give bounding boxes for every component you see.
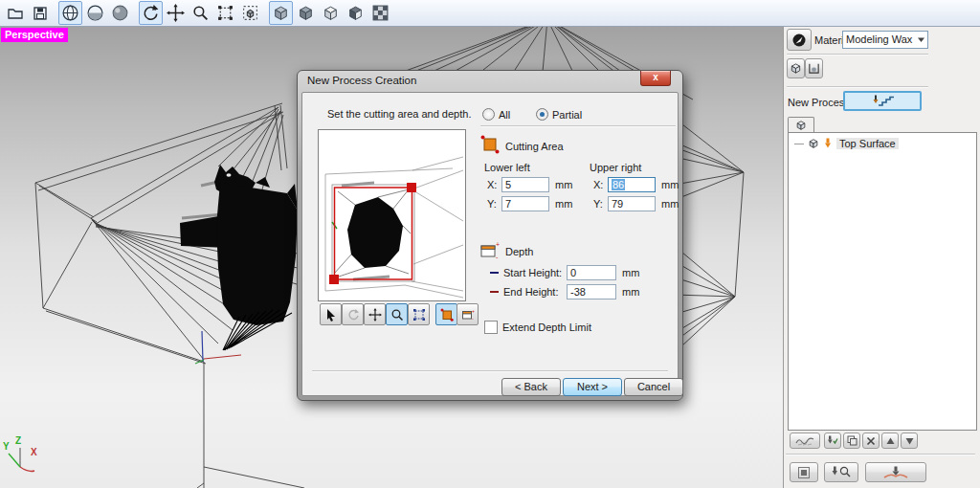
shaded-sphere-icon bbox=[111, 4, 129, 22]
y-label: Y: bbox=[487, 198, 497, 210]
radio-all-circle bbox=[482, 108, 495, 121]
tree-item-top-surface[interactable]: Top Surface bbox=[794, 138, 899, 149]
zoom-view-button[interactable] bbox=[189, 1, 212, 25]
upper-right-y-input[interactable]: 79 bbox=[608, 196, 656, 211]
material-dropdown[interactable]: Modeling Wax bbox=[842, 31, 928, 49]
extend-depth-checkbox[interactable]: Extend Depth Limit bbox=[484, 321, 591, 334]
cancel-button[interactable]: Cancel bbox=[624, 378, 683, 396]
close-x-icon: x bbox=[653, 72, 658, 82]
dialog-body: Set the cutting area and depth. All Part… bbox=[301, 92, 679, 396]
end-height-value: -38 bbox=[570, 286, 586, 298]
lower-left-y-input[interactable]: 7 bbox=[501, 196, 549, 211]
cursor-icon bbox=[324, 308, 338, 322]
move-up-button[interactable] bbox=[881, 433, 899, 449]
dialog-title: New Process Creation bbox=[307, 75, 416, 86]
upper-right-x-input[interactable]: 86 bbox=[608, 177, 656, 192]
cube-light-icon bbox=[322, 4, 340, 22]
lower-left-y-value: 7 bbox=[505, 198, 511, 210]
back-button[interactable]: < Back bbox=[501, 378, 561, 396]
pattern-view-button[interactable] bbox=[368, 1, 392, 25]
upper-right-label: Upper right bbox=[590, 162, 641, 173]
cutting-area-label: Cutting Area bbox=[505, 141, 564, 152]
toolpath-button[interactable] bbox=[790, 433, 820, 449]
dialog-instruction: Set the cutting area and depth. bbox=[327, 108, 471, 120]
preview-depth-button[interactable]: +- bbox=[457, 303, 479, 325]
preview-cutting-area-button[interactable] bbox=[435, 303, 457, 325]
axis-indicator: Z Y X bbox=[2, 433, 50, 482]
duplicate-button[interactable] bbox=[843, 433, 860, 449]
new-process-button[interactable] bbox=[843, 91, 922, 111]
radio-partial[interactable]: Partial bbox=[536, 108, 582, 121]
unit-label: mm bbox=[622, 286, 639, 298]
cube-icon bbox=[808, 138, 819, 149]
new-process-label: New Process bbox=[788, 97, 850, 108]
rotate-cube-icon bbox=[241, 4, 259, 22]
cutting-area-icon bbox=[440, 308, 454, 322]
preview-select-button[interactable] bbox=[320, 303, 342, 325]
cube-icon bbox=[790, 62, 802, 75]
start-height-label: Start Height: bbox=[503, 267, 562, 278]
cutting-icon bbox=[881, 466, 910, 479]
cut-button[interactable] bbox=[865, 462, 926, 482]
end-height-dash bbox=[490, 291, 499, 293]
preview-fit-button[interactable] bbox=[408, 303, 430, 325]
rotate-view-button[interactable] bbox=[139, 1, 163, 25]
x-label: X: bbox=[593, 179, 603, 190]
view-cube-dark-button[interactable] bbox=[344, 1, 368, 25]
orientation-button[interactable] bbox=[787, 29, 812, 51]
material-value: Modeling Wax bbox=[846, 33, 912, 45]
open-file-button[interactable] bbox=[3, 1, 27, 25]
end-height-input[interactable]: -38 bbox=[567, 284, 616, 299]
view-cube-light-button[interactable] bbox=[319, 1, 343, 25]
view-cube-shaded-button[interactable] bbox=[269, 1, 293, 25]
upper-right-x-value: 86 bbox=[612, 179, 625, 190]
save-button[interactable] bbox=[28, 1, 52, 25]
move-down-button[interactable] bbox=[901, 433, 918, 449]
lower-left-label: Lower left bbox=[484, 162, 530, 173]
model-button[interactable] bbox=[787, 58, 805, 78]
preview-zoom-button[interactable] bbox=[386, 303, 408, 325]
tool-settings-button[interactable] bbox=[824, 433, 841, 449]
extend-depth-label: Extend Depth Limit bbox=[502, 322, 591, 333]
preview-button[interactable] bbox=[790, 462, 818, 482]
rotate-object-button[interactable] bbox=[238, 1, 262, 25]
half-shaded-globe-icon bbox=[86, 4, 104, 22]
radio-all[interactable]: All bbox=[482, 108, 510, 121]
lower-left-handle[interactable] bbox=[329, 275, 339, 284]
process-tab[interactable] bbox=[788, 117, 814, 133]
unit-label: mm bbox=[622, 267, 639, 278]
stock-button[interactable] bbox=[805, 58, 823, 78]
pan-view-button[interactable] bbox=[164, 1, 188, 25]
next-button[interactable]: Next > bbox=[563, 378, 622, 396]
wireframe-view-button[interactable] bbox=[58, 1, 82, 25]
hidden-line-view-button[interactable] bbox=[83, 1, 107, 25]
upper-right-y-value: 79 bbox=[612, 198, 623, 210]
upper-right-handle[interactable] bbox=[407, 183, 416, 192]
zoom-extents-button[interactable] bbox=[213, 1, 237, 25]
rotate-icon bbox=[142, 4, 160, 22]
unit-label: mm bbox=[555, 198, 572, 210]
start-height-dash bbox=[490, 272, 499, 274]
unit-label: mm bbox=[555, 179, 572, 190]
start-height-value: 0 bbox=[570, 267, 576, 278]
cutting-area-preview[interactable] bbox=[318, 129, 466, 301]
preview-rotate-button[interactable] bbox=[342, 303, 364, 325]
arrow-up-icon bbox=[886, 437, 895, 445]
svg-text:+: + bbox=[496, 241, 500, 248]
tool-inspect-button[interactable] bbox=[824, 462, 858, 482]
rotate-3d-icon bbox=[346, 308, 360, 322]
preview-pan-button[interactable] bbox=[364, 303, 386, 325]
shaded-view-button[interactable] bbox=[108, 1, 132, 25]
checkbox-box bbox=[484, 321, 498, 334]
filled-square-icon bbox=[798, 467, 810, 478]
start-height-input[interactable]: 0 bbox=[567, 265, 616, 280]
fit-rectangle-icon bbox=[216, 4, 234, 22]
depth-icon: +- bbox=[480, 241, 501, 260]
magnifier-icon bbox=[191, 4, 210, 22]
lower-left-x-input[interactable]: 5 bbox=[501, 177, 549, 192]
depth-icon: +- bbox=[461, 308, 475, 322]
view-cube-gray-button[interactable] bbox=[294, 1, 318, 25]
depth-label: Depth bbox=[505, 246, 533, 257]
delete-button[interactable] bbox=[862, 433, 880, 449]
close-button[interactable]: x bbox=[640, 71, 671, 86]
